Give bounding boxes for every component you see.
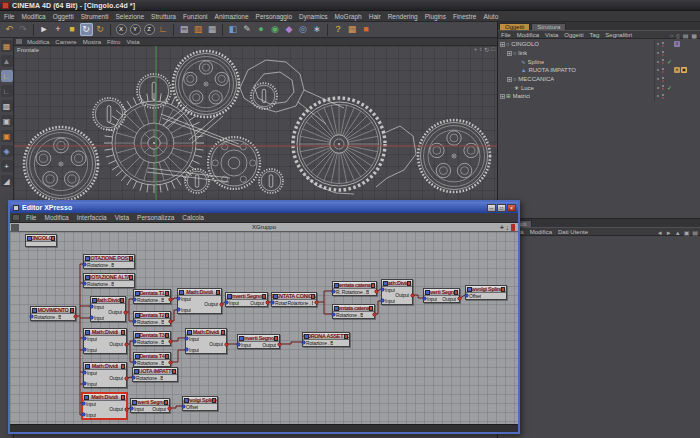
menu-rendering[interactable]: Rendering xyxy=(388,13,418,20)
input-port-icon[interactable] xyxy=(82,402,85,405)
xpresso-node-avvolgi-spline-25[interactable]: Avvolgi SplineOffset xyxy=(182,396,218,411)
xpresso-node-math-dividi-12[interactable]: Math:DividiInputOutputInput xyxy=(381,279,413,305)
add-input-port-icon[interactable] xyxy=(132,400,137,405)
object-axis-icon[interactable]: ▣ xyxy=(1,130,13,142)
visibility-editor-dot[interactable] xyxy=(662,68,664,70)
output-port-icon[interactable] xyxy=(278,343,281,346)
xpresso-node-math-dividi-15[interactable]: Math:DividiInputOutputInput xyxy=(83,328,127,354)
rotate-view-icon[interactable]: ↻ xyxy=(484,46,489,53)
output-port-icon[interactable] xyxy=(458,297,461,300)
xpresso-canvas[interactable]: CINGOLOROTAZIONE POSTRotazione . BROTAZI… xyxy=(10,232,518,424)
minimize-button[interactable]: ─ xyxy=(487,204,496,212)
add-output-port-icon[interactable] xyxy=(129,275,134,280)
input-port-icon[interactable] xyxy=(381,299,384,302)
input-port-icon[interactable] xyxy=(185,337,188,340)
menu-finestre[interactable]: Finestre xyxy=(453,13,476,20)
add-output-port-icon[interactable] xyxy=(501,287,506,292)
menu-oggetti[interactable]: Oggetti xyxy=(53,13,74,20)
lock-x-icon[interactable]: X xyxy=(116,24,127,35)
input-port-icon[interactable] xyxy=(332,290,335,293)
menu-funzioni[interactable]: Funzioni xyxy=(183,13,208,20)
add-input-port-icon[interactable] xyxy=(304,334,309,339)
xpresso-node-dentata-catena1-10[interactable]: Dentata catena1R. Rotazione . B xyxy=(332,281,377,296)
xpresso-node-dentata-t1-5[interactable]: Dentata T1Rotazione . B xyxy=(133,289,171,304)
close-button[interactable]: × xyxy=(507,204,516,212)
input-port-icon[interactable] xyxy=(185,348,188,351)
xpresso-menu-interfaccia[interactable]: Interfaccia xyxy=(77,214,107,221)
visibility-render-dot[interactable] xyxy=(662,80,664,82)
xpresso-titlebar[interactable]: Editor XPresso ─□× xyxy=(10,202,518,213)
input-port-icon[interactable] xyxy=(177,297,180,300)
input-port-icon[interactable] xyxy=(130,407,133,410)
menu-file[interactable]: File xyxy=(4,13,14,20)
delete-icon[interactable]: ▯ xyxy=(676,32,679,39)
move-icon[interactable]: + xyxy=(52,23,65,36)
xgroup-icon[interactable] xyxy=(11,224,19,231)
add-input-port-icon[interactable] xyxy=(27,236,32,241)
vibrate-tag-icon[interactable]: ∗ xyxy=(674,67,680,73)
visibility-dots[interactable] xyxy=(662,51,664,56)
add-icon[interactable]: + xyxy=(500,224,504,231)
visibility-dots[interactable] xyxy=(662,77,664,82)
input-port-icon[interactable] xyxy=(237,343,240,346)
add-input-port-icon[interactable] xyxy=(134,369,139,374)
xpresso-node-inverti-segno-24[interactable]: Inverti SegnoInputOutput xyxy=(130,398,170,413)
menu-struttura[interactable]: Struttura xyxy=(151,13,176,20)
visibility-editor-dot[interactable] xyxy=(662,85,664,87)
add-output-port-icon[interactable] xyxy=(454,290,459,295)
add-output-port-icon[interactable] xyxy=(311,294,316,299)
am-menu-modifica[interactable]: Modifica xyxy=(530,229,552,235)
toggle-view-icon[interactable]: □ xyxy=(491,46,495,53)
points-mode-icon[interactable]: ◈ xyxy=(1,145,13,157)
add-output-port-icon[interactable] xyxy=(172,369,177,374)
visibility-dots[interactable] xyxy=(662,68,664,73)
input-port-icon[interactable] xyxy=(83,263,86,266)
menu-aiuto[interactable]: Aiuto xyxy=(483,13,498,20)
add-input-port-icon[interactable] xyxy=(334,283,339,288)
menu-plugins[interactable]: Plugins xyxy=(425,13,446,20)
visibility-editor-dot[interactable] xyxy=(662,51,664,53)
output-port-icon[interactable] xyxy=(220,303,223,306)
axis-mode-icon[interactable]: ∟ xyxy=(1,85,13,97)
add-input-port-icon[interactable] xyxy=(187,330,192,335)
input-port-icon[interactable] xyxy=(132,376,135,379)
add-input-port-icon[interactable] xyxy=(425,290,430,295)
xpresso-node-dentata-conica-9[interactable]: DENTATA CONICARotaz.Rotazione . B xyxy=(271,292,317,307)
add-output-port-icon[interactable] xyxy=(121,395,126,400)
am-menu-dati-utente[interactable]: Dati Utente xyxy=(558,229,588,235)
add-output-port-icon[interactable] xyxy=(129,256,134,261)
render-settings-icon[interactable]: ▦ xyxy=(206,23,219,36)
expand-toggle-icon[interactable]: + xyxy=(507,51,512,56)
input-port-icon[interactable] xyxy=(182,405,185,408)
help-tool-icon[interactable]: ? xyxy=(332,23,345,36)
output-port-icon[interactable] xyxy=(125,377,128,380)
xpresso-node-inverti-segno-13[interactable]: Inverti SegnoInputOutput xyxy=(423,288,460,303)
add-spline-icon[interactable]: ✎ xyxy=(241,23,254,36)
add-cube-icon[interactable]: ◧ xyxy=(227,23,240,36)
menu-hair[interactable]: Hair xyxy=(369,13,381,20)
visibility-render-dot[interactable] xyxy=(662,45,664,47)
nav-down-icon[interactable]: ↓ xyxy=(506,224,509,231)
viewport-canvas[interactable]: Frontale +↕↻□ xyxy=(14,46,497,200)
input-port-icon[interactable] xyxy=(177,308,180,311)
visibility-editor-dot[interactable] xyxy=(662,77,664,79)
expand-toggle-icon[interactable]: + xyxy=(507,77,512,82)
render-view-icon[interactable]: ▤ xyxy=(178,23,191,36)
up-icon[interactable]: ▲ xyxy=(675,230,681,236)
layer-dot[interactable] xyxy=(657,95,659,97)
live-selection-icon[interactable]: ► xyxy=(38,23,51,36)
viewport-menu-icon[interactable] xyxy=(16,39,22,44)
add-output-port-icon[interactable] xyxy=(120,298,125,303)
viewport-menu-camere[interactable]: Camere xyxy=(55,39,76,45)
maximize-button[interactable]: □ xyxy=(497,204,506,212)
add-output-port-icon[interactable] xyxy=(212,398,217,403)
xpresso-node-dentata-catena2-11[interactable]: Dentata catena2Rotazione . B xyxy=(332,304,375,319)
xpresso-node-corona-assetto-20[interactable]: CORONA ASSETTORotazione . B xyxy=(302,332,350,347)
menu-personaggio[interactable]: Personaggio xyxy=(256,13,293,20)
visibility-editor-dot[interactable] xyxy=(662,42,664,44)
add-output-port-icon[interactable] xyxy=(344,334,349,339)
layer-dot[interactable] xyxy=(657,52,659,54)
output-port-icon[interactable] xyxy=(169,340,172,343)
om-menu-segnalibri[interactable]: Segnalibri xyxy=(605,32,632,38)
menu-mograph[interactable]: MoGraph xyxy=(335,13,362,20)
